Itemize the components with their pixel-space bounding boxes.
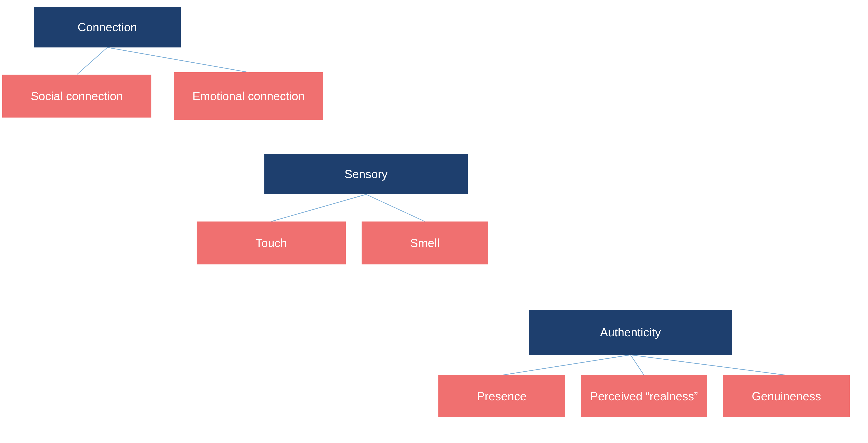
node-touch: Touch	[196, 222, 346, 264]
svg-line-6	[630, 355, 786, 375]
node-connection: Connection	[34, 7, 181, 48]
diagram-container: Connection Social connection Emotional c…	[0, 0, 868, 443]
node-social-connection: Social connection	[2, 75, 151, 118]
svg-line-4	[502, 355, 630, 375]
svg-line-2	[271, 195, 366, 222]
svg-line-1	[107, 48, 249, 72]
svg-line-3	[366, 195, 425, 222]
node-sensory: Sensory	[265, 154, 468, 195]
svg-line-5	[630, 355, 644, 375]
svg-line-0	[77, 48, 107, 75]
node-smell: Smell	[362, 222, 488, 264]
node-emotional-connection: Emotional connection	[174, 72, 323, 120]
node-presence: Presence	[438, 375, 565, 417]
node-perceived-realness: Perceived “realness”	[581, 375, 707, 417]
node-authenticity: Authenticity	[529, 309, 732, 355]
node-genuineness: Genuineness	[723, 375, 850, 417]
